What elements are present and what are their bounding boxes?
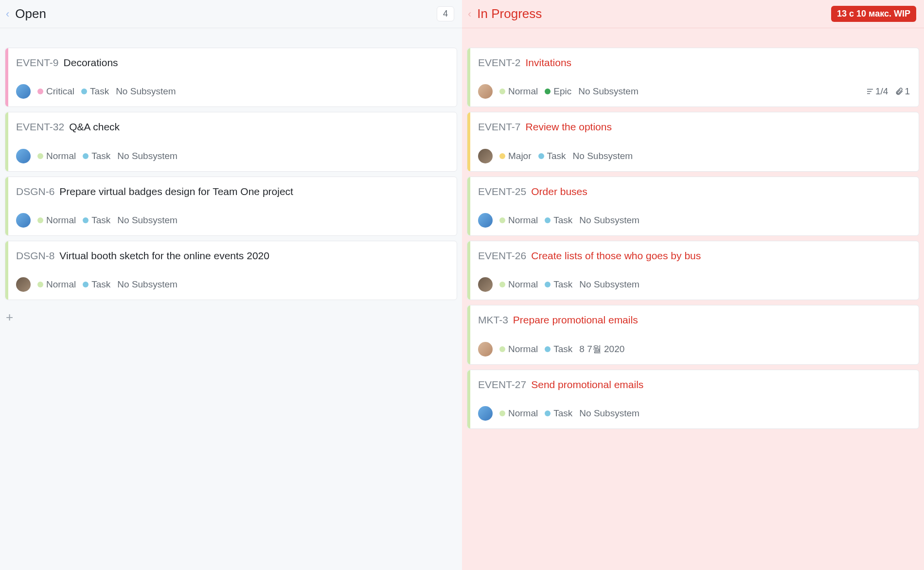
issue-id[interactable]: EVENT-7 [478,120,521,134]
priority-tag[interactable]: Normal [499,279,538,290]
issue-id[interactable]: DSGN-8 [16,249,54,263]
issue-title[interactable]: Virtual booth sketch for the online even… [59,249,269,263]
issue-id[interactable]: EVENT-25 [478,185,526,198]
issue-card[interactable]: EVENT-27Send promotional emailsNormalTas… [467,370,919,429]
type-tag[interactable]: Task [83,215,110,226]
priority-dot-icon [37,217,43,223]
type-label: Task [90,86,109,97]
type-tag[interactable]: Task [545,279,572,290]
subsystem-label[interactable]: No Subsystem [117,215,178,226]
card-title-row: EVENT-26Create lists of those who goes b… [478,249,910,263]
issue-title[interactable]: Send promotional emails [531,378,643,392]
issue-card[interactable]: DSGN-8Virtual booth sketch for the onlin… [5,241,457,300]
type-tag[interactable]: Task [81,86,109,97]
subsystem-label[interactable]: No Subsystem [579,215,640,226]
subsystem-label[interactable]: No Subsystem [578,86,639,97]
priority-tag[interactable]: Normal [37,215,76,226]
issue-title[interactable]: Prepare virtual badges design for Team O… [59,185,293,198]
type-label: Task [547,151,566,161]
type-tag[interactable]: Task [545,344,572,355]
assignee-avatar[interactable] [478,342,493,356]
attachments-indicator[interactable]: 1 [895,86,910,97]
priority-tag[interactable]: Normal [499,215,538,226]
type-tag[interactable]: Task [545,215,572,226]
issue-title[interactable]: Create lists of those who goes by bus [531,249,701,263]
issue-card[interactable]: DSGN-6Prepare virtual badges design for … [5,177,457,236]
card-title-row: EVENT-27Send promotional emails [478,378,910,392]
issue-card[interactable]: EVENT-26Create lists of those who goes b… [467,241,919,300]
assignee-avatar[interactable] [16,149,31,163]
assignee-avatar[interactable] [478,213,493,228]
priority-dot-icon [499,282,505,287]
subsystem-label[interactable]: No Subsystem [117,279,178,290]
collapse-column-icon[interactable]: ‹ [4,9,11,19]
issue-id[interactable]: EVENT-27 [478,378,526,392]
type-dot-icon [538,153,544,159]
subsystem-label[interactable]: No Subsystem [573,151,633,161]
issue-card[interactable]: EVENT-32Q&A checkNormalTaskNo Subsystem [5,112,457,171]
issue-id[interactable]: MKT-3 [478,313,508,327]
subtasks-count: 1/4 [875,86,888,97]
attachments-count: 1 [905,86,910,97]
issue-card[interactable]: EVENT-2InvitationsNormalEpicNo Subsystem… [467,48,919,107]
type-dot-icon [545,217,551,223]
issue-card[interactable]: EVENT-9DecorationsCriticalTaskNo Subsyst… [5,48,457,107]
subsystem-label[interactable]: No Subsystem [579,408,640,419]
type-tag[interactable]: Task [538,151,566,161]
priority-tag[interactable]: Major [499,151,532,161]
type-label: Epic [553,86,571,97]
subsystem-label[interactable]: No Subsystem [117,151,178,161]
subsystem-label[interactable]: 8 7월 2020 [579,343,624,356]
type-dot-icon [545,89,551,94]
issue-card[interactable]: EVENT-25Order busesNormalTaskNo Subsyste… [467,177,919,236]
issue-title[interactable]: Decorations [64,56,118,70]
card-meta-right: 1/41 [866,86,910,97]
assignee-avatar[interactable] [478,406,493,421]
assignee-avatar[interactable] [478,277,493,292]
issue-id[interactable]: EVENT-9 [16,56,59,70]
issue-title[interactable]: Review the options [526,120,612,134]
type-dot-icon [83,153,89,159]
assignee-avatar[interactable] [478,149,493,163]
issue-title[interactable]: Q&A check [69,120,120,134]
type-tag[interactable]: Task [83,279,110,290]
assignee-avatar[interactable] [478,84,493,99]
type-label: Task [91,279,110,290]
issue-id[interactable]: DSGN-6 [16,185,54,198]
type-tag[interactable]: Task [83,151,110,161]
issue-id[interactable]: EVENT-26 [478,249,526,263]
subsystem-label[interactable]: No Subsystem [579,279,640,290]
priority-tag[interactable]: Normal [499,86,538,97]
priority-tag[interactable]: Critical [37,86,74,97]
priority-tag[interactable]: Normal [37,279,76,290]
priority-tag[interactable]: Normal [37,151,76,161]
card-meta-row: NormalTaskNo Subsystem [478,277,910,292]
priority-dot-icon [499,217,505,223]
priority-tag[interactable]: Normal [499,344,538,355]
issue-card[interactable]: MKT-3Prepare promotional emailsNormalTas… [467,305,919,364]
column-title: Open [15,6,433,21]
type-label: Task [553,408,572,419]
collapse-column-icon[interactable]: ‹ [466,9,473,19]
type-tag[interactable]: Epic [545,86,571,97]
subsystem-label[interactable]: No Subsystem [116,86,176,97]
type-dot-icon [83,217,89,223]
card-meta-row: NormalTaskNo Subsystem [16,213,448,228]
issue-id[interactable]: EVENT-2 [478,56,521,70]
assignee-avatar[interactable] [16,213,31,228]
priority-dot-icon [499,153,505,159]
subtasks-indicator[interactable]: 1/4 [866,86,888,97]
priority-label: Normal [508,344,538,355]
issue-card[interactable]: EVENT-7Review the optionsMajorTaskNo Sub… [467,112,919,171]
add-card-button[interactable]: + [0,307,462,328]
assignee-avatar[interactable] [16,84,31,99]
type-tag[interactable]: Task [545,408,572,419]
issue-id[interactable]: EVENT-32 [16,120,64,134]
issue-title[interactable]: Prepare promotional emails [513,313,638,327]
assignee-avatar[interactable] [16,277,31,292]
card-meta-row: NormalTaskNo Subsystem [16,277,448,292]
issue-title[interactable]: Order buses [531,185,587,198]
issue-title[interactable]: Invitations [526,56,572,70]
priority-tag[interactable]: Normal [499,408,538,419]
type-label: Task [553,344,572,355]
